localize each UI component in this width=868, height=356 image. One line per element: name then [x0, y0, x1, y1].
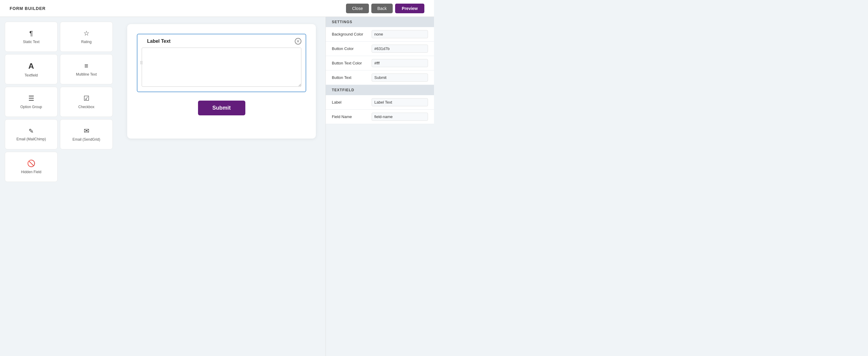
email-mailchimp-icon: ✎	[29, 127, 34, 135]
hidden-field-icon: 🚫	[27, 160, 35, 167]
settings-field-row-value[interactable]	[372, 112, 428, 121]
field-header: Label Text ✕	[142, 38, 301, 44]
drag-handle-icon[interactable]: ⠿	[140, 61, 143, 65]
email-sendgrid-icon: ✉	[84, 127, 89, 135]
component-card-option-group[interactable]: ☰Option Group	[5, 87, 58, 117]
form-canvas: ⠿ Label Text ✕ Submit	[127, 24, 316, 138]
option-group-icon: ☰	[28, 95, 34, 102]
settings-field-row-1: Field Name	[326, 110, 434, 124]
static-text-icon: ¶	[30, 30, 33, 37]
header: FORM BUILDER Close Back Preview	[0, 0, 434, 17]
settings-field-header: TEXTFIELD	[326, 85, 434, 95]
form-field-multiline: ⠿ Label Text ✕	[137, 34, 306, 92]
multiline-text-icon: ≡	[84, 62, 88, 70]
component-card-email-sendgrid[interactable]: ✉Email (SendGrid)	[60, 119, 113, 150]
settings-field-row-0: Label	[326, 95, 434, 110]
settings-global-header: SETTINGS	[326, 17, 434, 27]
main-layout: ¶Static Text☆RatingATextfield≡Multiline …	[0, 17, 434, 356]
email-mailchimp-label: Email (MailChimp)	[16, 137, 46, 141]
component-card-email-mailchimp[interactable]: ✎Email (MailChimp)	[5, 119, 58, 150]
field-label-text: Label Text	[147, 38, 170, 44]
option-group-label: Option Group	[20, 105, 42, 109]
settings-panel: SETTINGS Background ColorButton ColorBut…	[326, 17, 434, 356]
submit-button[interactable]: Submit	[198, 101, 245, 115]
submit-wrapper: Submit	[137, 101, 306, 115]
settings-global-row-1: Button Color	[326, 41, 434, 56]
hidden-field-label: Hidden Field	[21, 170, 41, 174]
settings-row-value[interactable]	[372, 73, 428, 82]
preview-button[interactable]: Preview	[395, 4, 424, 13]
settings-field-row-value[interactable]	[372, 98, 428, 106]
rating-label: Rating	[81, 40, 92, 44]
settings-field-row-label: Label	[332, 100, 368, 104]
checkbox-icon: ☑	[84, 95, 90, 102]
component-card-textfield[interactable]: ATextfield	[5, 54, 58, 84]
settings-row-label: Button Text Color	[332, 61, 368, 65]
components-panel: ¶Static Text☆RatingATextfield≡Multiline …	[0, 17, 118, 356]
component-card-rating[interactable]: ☆Rating	[60, 22, 113, 52]
settings-field-row-label: Field Name	[332, 115, 368, 119]
component-card-hidden-field[interactable]: 🚫Hidden Field	[5, 152, 58, 182]
remove-field-button[interactable]: ✕	[295, 38, 301, 44]
component-card-static-text[interactable]: ¶Static Text	[5, 22, 58, 52]
component-card-multiline-text[interactable]: ≡Multiline Text	[60, 54, 113, 84]
multiline-textarea[interactable]	[142, 47, 301, 87]
settings-row-value[interactable]	[372, 59, 428, 67]
rating-icon: ☆	[84, 30, 90, 37]
settings-row-label: Background Color	[332, 32, 368, 36]
checkbox-label: Checkbox	[79, 105, 94, 109]
close-button[interactable]: Close	[346, 4, 369, 13]
email-sendgrid-label: Email (SendGrid)	[72, 137, 100, 141]
settings-row-label: Button Text	[332, 75, 368, 80]
settings-global-row-3: Button Text	[326, 70, 434, 85]
static-text-label: Static Text	[23, 40, 39, 44]
settings-global-row-0: Background Color	[326, 27, 434, 41]
multiline-text-label: Multiline Text	[76, 72, 97, 76]
header-actions: Close Back Preview	[346, 4, 424, 13]
settings-row-value[interactable]	[372, 44, 428, 53]
back-button[interactable]: Back	[371, 4, 393, 13]
settings-row-value[interactable]	[372, 30, 428, 38]
textfield-label: Textfield	[24, 73, 38, 77]
textfield-icon: A	[28, 61, 34, 71]
canvas-area: ⠿ Label Text ✕ Submit	[118, 17, 326, 356]
settings-global-row-2: Button Text Color	[326, 56, 434, 70]
component-card-checkbox[interactable]: ☑Checkbox	[60, 87, 113, 117]
app-title: FORM BUILDER	[10, 6, 45, 11]
settings-row-label: Button Color	[332, 46, 368, 51]
